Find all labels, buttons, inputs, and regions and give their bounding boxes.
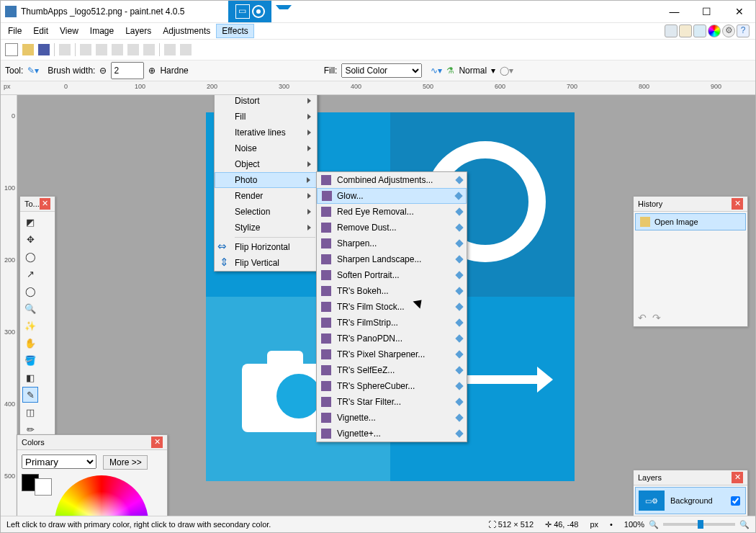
photo-item-red-eye-removal[interactable]: Red Eye Removal... [317, 204, 467, 220]
colors-close-icon[interactable]: ✕ [151, 436, 163, 448]
menu-file[interactable]: File [2, 24, 27, 38]
antialias-icon[interactable]: ∿▾ [431, 66, 442, 76]
tool-zoom[interactable]: 🔍 [22, 300, 38, 316]
menu-edit[interactable]: Edit [27, 24, 54, 38]
tool-lasso[interactable]: ◯ [22, 248, 38, 264]
tool-rect-select[interactable]: ◩ [22, 214, 38, 230]
layer-visible-checkbox[interactable] [731, 496, 740, 506]
tool-fill[interactable]: 🪣 [22, 352, 38, 368]
brush-inc-icon[interactable]: ⊕ [148, 66, 156, 76]
photo-item-vignette[interactable]: Vignette... [317, 410, 467, 426]
open-icon[interactable] [22, 44, 34, 55]
photo-item-glow[interactable]: Glow... [317, 188, 467, 204]
zoom-out-icon[interactable]: 🔍 [649, 520, 659, 529]
paste-icon[interactable] [112, 44, 123, 55]
zoom-in-icon[interactable]: 🔍 [739, 520, 750, 529]
effects-item-fill[interactable]: Fill [215, 109, 317, 125]
zoom-slider[interactable] [663, 523, 735, 526]
tool-wand[interactable]: ✨ [22, 318, 38, 333]
tool-gradient[interactable]: ◧ [22, 369, 38, 385]
photo-item-tr-s-spherecuber[interactable]: TR's SphereCuber... [317, 378, 467, 394]
settings-icon[interactable]: ⚙ [722, 24, 735, 37]
effects-item-iterative-lines[interactable]: Iterative lines [215, 125, 317, 140]
status-unit[interactable]: px [590, 520, 598, 529]
effects-item-flip-vertical[interactable]: Flip Vertical [215, 255, 317, 271]
tool-brush[interactable]: ✎ [22, 387, 38, 403]
document-tab[interactable]: ▭ [228, 1, 271, 22]
tab-list-dropdown[interactable] [276, 5, 292, 18]
copy-icon[interactable] [96, 44, 107, 55]
photo-item-tr-s-pixel-sharpener[interactable]: TR's Pixel Sharpener... [317, 346, 467, 362]
color-primary-select[interactable]: Primary [22, 454, 96, 469]
effects-item-render[interactable]: Render [215, 188, 317, 204]
photo-item-tr-s-panopdn[interactable]: TR's PanoPDN... [317, 331, 467, 346]
history-undo-icon[interactable]: ↶ [638, 312, 647, 323]
fill-label: Fill: [324, 66, 338, 76]
blend-mode[interactable]: Normal [459, 66, 487, 76]
fill-select[interactable]: Solid Color [341, 63, 422, 78]
history-item[interactable]: Open Image [635, 213, 746, 230]
tool-ellipse-select[interactable]: ◯ [22, 283, 38, 299]
window-title: ThumbApps _logo512.png - paint.net 4.0.5 [21, 6, 185, 17]
menu-view[interactable]: View [54, 24, 84, 38]
undo-icon[interactable] [164, 44, 176, 55]
photo-item-tr-s-bokeh[interactable]: TR's Bokeh... [317, 283, 467, 299]
tool-move[interactable]: ✥ [22, 231, 38, 247]
effects-item-stylize[interactable]: Stylize [215, 220, 317, 236]
photo-item-remove-dust[interactable]: Remove Dust... [317, 220, 467, 236]
photo-item-tr-s-star-filter[interactable]: TR's Star Filter... [317, 394, 467, 410]
tool-eraser[interactable]: ◫ [22, 404, 38, 420]
layers-title: Layers [638, 473, 662, 482]
app-icon [5, 6, 17, 17]
crop-icon[interactable] [127, 44, 139, 55]
secondary-swatch[interactable] [35, 478, 52, 496]
util-colors-icon[interactable] [708, 24, 721, 37]
tools-close-icon[interactable]: ✕ [40, 198, 50, 210]
effects-item-flip-horizontal[interactable]: Flip Horizontal [215, 239, 317, 255]
effects-item-selection[interactable]: Selection [215, 204, 317, 220]
effects-item-distort[interactable]: Distort [215, 95, 317, 109]
close-button[interactable]: ✕ [723, 1, 755, 22]
util-history-icon[interactable] [679, 24, 692, 37]
photo-item-sharpen-landscape[interactable]: Sharpen Landscape... [317, 251, 467, 267]
help-icon[interactable]: ? [737, 24, 750, 37]
history-redo-icon[interactable]: ↷ [652, 312, 661, 323]
redo-icon[interactable] [180, 44, 192, 55]
effects-item-object[interactable]: Object [215, 156, 317, 172]
maximize-button[interactable]: ☐ [690, 1, 723, 22]
cut-icon[interactable] [80, 44, 91, 55]
menu-effects[interactable]: Effects [216, 24, 253, 38]
photo-item-vignette[interactable]: Vignette+... [317, 426, 467, 442]
blend-icon[interactable]: ⚗ [446, 66, 454, 76]
tool-move-sel[interactable]: ↗ [22, 266, 38, 282]
photo-item-sharpen[interactable]: Sharpen... [317, 236, 467, 251]
photo-item-tr-s-filmstrip[interactable]: TR's FilmStrip... [317, 315, 467, 331]
history-close-icon[interactable]: ✕ [732, 198, 743, 210]
photo-item-soften-portrait[interactable]: Soften Portrait... [317, 267, 467, 283]
active-tool-icon[interactable]: ✎▾ [27, 66, 39, 76]
blend-drop-icon[interactable]: ▾ [491, 66, 495, 76]
layers-close-icon[interactable]: ✕ [732, 472, 743, 483]
photo-item-tr-s-selfeez[interactable]: TR's SelfEeZ... [317, 362, 467, 378]
effects-item-noise[interactable]: Noise [215, 140, 317, 156]
minimize-button[interactable]: — [658, 1, 690, 22]
effects-item-photo[interactable]: Photo [215, 172, 317, 188]
deselect-icon[interactable] [143, 44, 155, 55]
print-icon[interactable] [59, 44, 71, 55]
brush-width-input[interactable] [111, 62, 144, 79]
tool-pan[interactable]: ✋ [22, 335, 38, 351]
photo-item-tr-s-film-stock[interactable]: TR's Film Stock... [317, 299, 467, 315]
photo-item-combined-adjustments[interactable]: Combined Adjustments... [317, 172, 467, 188]
colors-more-button[interactable]: More >> [103, 455, 148, 470]
menu-image[interactable]: Image [84, 24, 120, 38]
alpha-icon[interactable]: ◯▾ [500, 66, 513, 76]
menu-adjustments[interactable]: Adjustments [157, 24, 216, 38]
menu-layers[interactable]: Layers [120, 24, 157, 38]
brush-dec-icon[interactable]: ⊖ [99, 66, 107, 76]
save-icon[interactable] [38, 44, 50, 55]
history-panel: History✕ Open Image ↶ ↷ [633, 196, 748, 327]
new-icon[interactable] [5, 43, 18, 56]
util-layers-icon[interactable] [693, 24, 706, 37]
layer-item[interactable]: ▭⚙ Background [635, 487, 746, 514]
util-tools-icon[interactable] [665, 24, 678, 37]
